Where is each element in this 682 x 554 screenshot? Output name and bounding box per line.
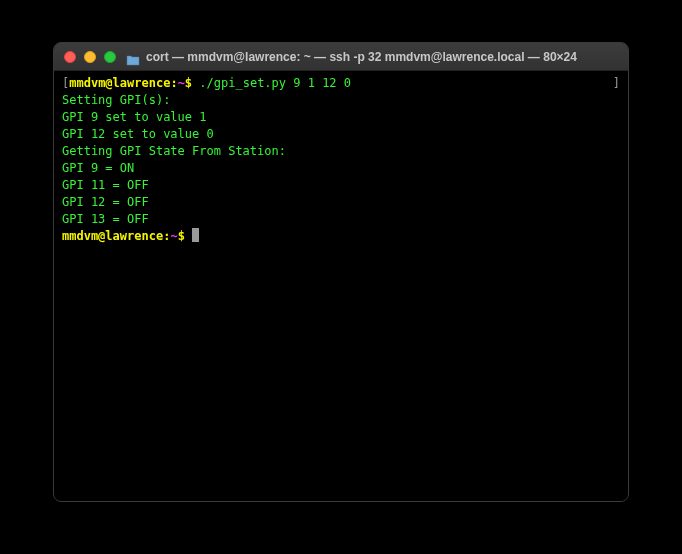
traffic-lights [64,51,116,63]
minimize-icon[interactable] [84,51,96,63]
prompt-symbol: $ [185,76,192,90]
output-line: Setting GPI(s): [62,92,620,109]
output-line: GPI 12 set to value 0 [62,126,620,143]
titlebar[interactable]: cort — mmdvm@lawrence: ~ — ssh -p 32 mmd… [54,43,628,71]
output-line: GPI 13 = OFF [62,211,620,228]
close-icon[interactable] [64,51,76,63]
prompt-path: ~ [170,229,177,243]
output-line: GPI 9 set to value 1 [62,109,620,126]
terminal-body[interactable]: [mmdvm@lawrence:~$ ./gpi_set.py 9 1 12 0… [54,71,628,501]
output-line: GPI 9 = ON [62,160,620,177]
prompt-line: mmdvm@lawrence:~$ [62,228,620,245]
output-line: GPI 11 = OFF [62,177,620,194]
prompt-path: ~ [178,76,185,90]
bracket-close: ] [613,75,620,92]
terminal-line: [mmdvm@lawrence:~$ ./gpi_set.py 9 1 12 0… [62,75,620,92]
cursor-icon [192,228,199,242]
prompt-symbol: $ [178,229,185,243]
output-line: Getting GPI State From Station: [62,143,620,160]
command-text: ./gpi_set.py 9 1 12 0 [199,76,351,90]
output-line: GPI 12 = OFF [62,194,620,211]
prompt-user-host: mmdvm@lawrence [62,229,163,243]
prompt-separator: : [170,76,177,90]
folder-icon [126,51,140,63]
maximize-icon[interactable] [104,51,116,63]
window-title: cort — mmdvm@lawrence: ~ — ssh -p 32 mmd… [146,50,577,64]
terminal-window: cort — mmdvm@lawrence: ~ — ssh -p 32 mmd… [53,42,629,502]
prompt-user-host: mmdvm@lawrence [69,76,170,90]
